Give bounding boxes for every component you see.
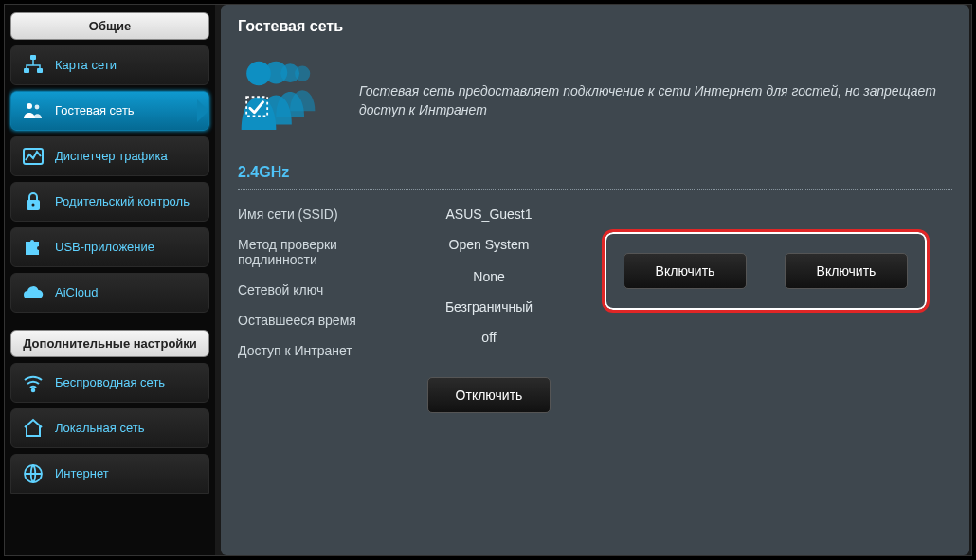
sidebar-item-lan[interactable]: Локальная сеть [10, 408, 209, 448]
sidebar-item-label: Гостевая сеть [55, 103, 135, 118]
divider [238, 45, 952, 45]
sidebar-item-label: Карта сети [55, 58, 117, 73]
sidebar-item-usb-app[interactable]: USB-приложение [10, 227, 209, 267]
ssid-label: Имя сети (SSID) [238, 207, 408, 222]
sidebar: Общие Карта сети Гостевая сеть Диспетчер… [5, 5, 215, 555]
sidebar-item-label: Беспроводная сеть [55, 375, 165, 390]
sidebar-group-general: Общие [10, 12, 209, 40]
sidebar-item-traffic-manager[interactable]: Диспетчер трафика [10, 136, 209, 176]
sidebar-item-label: Родительский контроль [55, 194, 190, 209]
svg-rect-1 [24, 68, 29, 73]
wifi-icon [21, 371, 45, 394]
intro-text: Гостевая сеть предоставляет подключение … [359, 82, 952, 119]
dotted-divider [238, 189, 952, 190]
page-title: Гостевая сеть [238, 18, 952, 45]
auth-value: Open System [418, 237, 560, 267]
svg-point-7 [32, 204, 35, 207]
svg-rect-2 [37, 68, 43, 73]
traffic-icon [21, 145, 45, 168]
svg-point-8 [32, 389, 35, 392]
svg-rect-0 [30, 55, 36, 60]
sidebar-item-label: AiCloud [55, 285, 99, 300]
guest-settings-table: Имя сети (SSID) ASUS_Guest1 Метод провер… [238, 207, 560, 413]
enable-button-2[interactable]: Включить [785, 253, 908, 289]
band-label: 2.4GHz [238, 164, 952, 181]
svg-point-3 [27, 103, 32, 109]
lock-icon [21, 190, 45, 213]
sidebar-item-network-map[interactable]: Карта сети [10, 45, 209, 85]
ssid-value: ASUS_Guest1 [418, 207, 560, 222]
sidebar-item-label: Локальная сеть [55, 421, 144, 436]
globe-icon [21, 462, 45, 485]
puzzle-icon [21, 236, 45, 259]
key-label: Сетевой ключ [238, 282, 408, 298]
main-panel: Гостевая сеть Гостевая сеть предоставляе… [221, 5, 969, 555]
time-label: Оставшееся время [238, 313, 408, 328]
guest-silhouettes-icon [238, 57, 342, 145]
enable-highlight-box: Включить Включить [602, 229, 930, 313]
sidebar-group-advanced: Дополнительные настройки [10, 330, 209, 357]
home-icon [21, 417, 45, 440]
sidebar-item-guest-network[interactable]: Гостевая сеть [10, 91, 209, 131]
disable-button[interactable]: Отключить [427, 377, 551, 413]
sidebar-item-label: Интернет [55, 466, 109, 481]
intranet-value: off [418, 330, 560, 345]
enable-button-1[interactable]: Включить [624, 253, 747, 289]
time-value: Безграничный [418, 299, 560, 315]
svg-point-4 [35, 105, 40, 110]
sidebar-item-internet[interactable]: Интернет [10, 454, 209, 494]
guest-network-icon [21, 99, 45, 122]
sidebar-item-aicloud[interactable]: AiCloud [10, 273, 209, 313]
key-value: None [418, 269, 560, 284]
intro-block: Гостевая сеть предоставляет подключение … [238, 57, 952, 145]
cloud-icon [21, 281, 45, 304]
auth-label: Метод проверки подлинности [238, 237, 408, 267]
sidebar-item-label: USB-приложение [55, 240, 154, 255]
sidebar-item-wireless[interactable]: Беспроводная сеть [10, 363, 209, 403]
network-map-icon [21, 54, 45, 77]
svg-point-13 [246, 62, 271, 86]
sidebar-item-parental-control[interactable]: Родительский контроль [10, 182, 209, 222]
sidebar-item-label: Диспетчер трафика [55, 149, 168, 164]
intranet-label: Доступ к Интранет [238, 343, 408, 358]
